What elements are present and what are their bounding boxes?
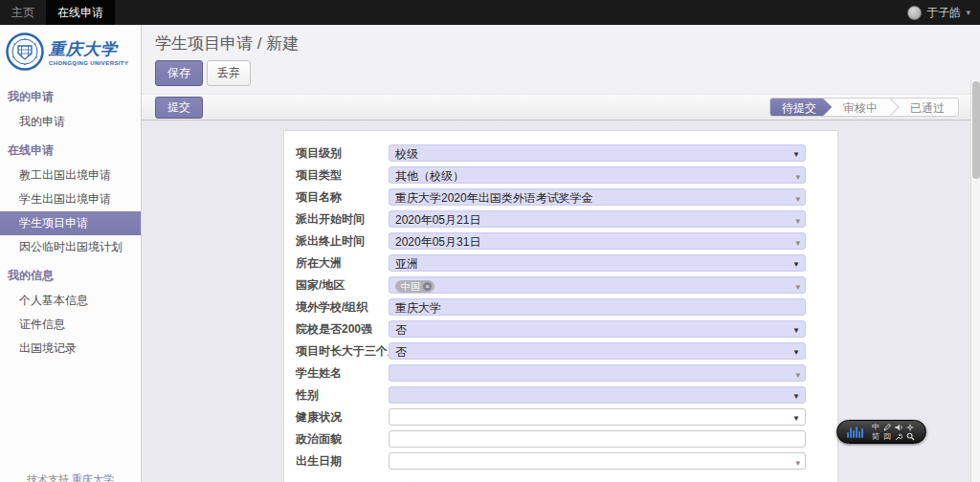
- menu-online-application[interactable]: 在线申请: [46, 0, 115, 25]
- save-button[interactable]: 保存: [155, 60, 203, 86]
- dropdown-caret-icon: ▼: [792, 411, 800, 426]
- field-value: 否: [395, 323, 407, 337]
- dropdown-caret-icon: ▼: [792, 323, 800, 338]
- tech-support-footer: 技术支持 重庆大学: [0, 472, 141, 482]
- back-icon[interactable]: 回: [883, 432, 891, 442]
- sidebar-item-student-abroad[interactable]: 学生出国出境申请: [0, 187, 141, 211]
- discard-button[interactable]: 丢弃: [207, 60, 251, 86]
- speaker-icon[interactable]: [895, 424, 903, 431]
- university-emblem-icon: [6, 33, 44, 71]
- section-online-application: 在线申请: [0, 138, 141, 164]
- political-status-input[interactable]: [389, 430, 806, 448]
- wrench-icon[interactable]: [895, 433, 902, 441]
- sidebar-nav: 我的申请 我的申请 在线申请 教工出国出境申请 学生出国出境申请 学生项目申请 …: [0, 84, 141, 361]
- continent-select[interactable]: 亚洲 ▼: [389, 254, 806, 272]
- field-label: 境外学校/组织: [296, 299, 389, 316]
- vertical-scrollbar[interactable]: [970, 80, 980, 482]
- university-name-en: CHONGQING UNIVERSITY: [49, 60, 128, 66]
- translation-toolbar[interactable]: 中 简 回: [836, 420, 926, 444]
- topbar-menu: 主页 在线申请: [0, 0, 115, 25]
- status-step-approved[interactable]: 已通过: [891, 99, 958, 116]
- breadcrumb: 学生项目申请 / 新建: [155, 33, 980, 55]
- sidebar: 重庆大学 CHONGQING UNIVERSITY 我的申请 我的申请 在线申请…: [0, 25, 142, 482]
- statusbar: 待提交 审核中 已通过: [769, 98, 959, 117]
- country-region-tags[interactable]: 中国 × ▾: [389, 276, 806, 294]
- field-value: 其他（校级）: [395, 169, 464, 183]
- field-label: 项目级别: [296, 145, 389, 162]
- health-status-select[interactable]: ▼: [389, 408, 806, 426]
- field-label: 项目名称: [296, 189, 389, 206]
- form-sheet: 项目级别 校级 ▼ 项目类型 其他（校级） ▾ 项目名称: [283, 130, 838, 482]
- simplified-chinese-icon[interactable]: 简: [872, 432, 880, 442]
- field-label: 出生日期: [296, 453, 389, 470]
- country-tag: 中国 ×: [395, 280, 434, 293]
- field-value: 2020年05月21日: [395, 213, 480, 227]
- sidebar-item-abroad-records[interactable]: 出国境记录: [0, 337, 141, 361]
- tech-support-link[interactable]: 重庆大学: [72, 473, 114, 482]
- breadcrumb-separator: /: [257, 34, 262, 53]
- scrollbar-thumb[interactable]: [972, 81, 980, 179]
- dispatch-end-date-select[interactable]: 2020年05月31日 ▾: [389, 232, 806, 250]
- field-label: 政治面貌: [296, 431, 389, 448]
- field-value: 校级: [395, 147, 418, 161]
- dropdown-caret-icon: ▾: [795, 213, 800, 228]
- sidebar-item-staff-abroad[interactable]: 教工出国出境申请: [0, 164, 141, 187]
- field-label: 院校是否200强: [296, 321, 389, 338]
- settings-icon[interactable]: [906, 424, 914, 431]
- field-label: 项目时长大于三个月: [296, 343, 389, 360]
- dropdown-caret-icon: ▼: [792, 345, 800, 360]
- student-name-select[interactable]: ▾: [389, 364, 806, 382]
- dropdown-caret-icon: ▾: [795, 367, 800, 382]
- field-value: 重庆大学2020年出国类外语考试奖学金: [395, 191, 593, 205]
- breadcrumb-current: 新建: [266, 34, 299, 53]
- search-icon[interactable]: [906, 432, 915, 441]
- field-label: 学生姓名: [296, 365, 389, 382]
- page-header: 学生项目申请 / 新建 保存 丢弃: [142, 25, 980, 94]
- dropdown-caret-icon: ▼: [792, 147, 800, 162]
- sidebar-item-student-project[interactable]: 学生项目申请: [0, 211, 141, 235]
- dispatch-start-date-select[interactable]: 2020年05月21日 ▾: [389, 210, 806, 228]
- sidebar-item-temporary-abroad-plan[interactable]: 因公临时出国境计划: [0, 235, 141, 259]
- dropdown-caret-icon: ▾: [795, 191, 800, 206]
- project-type-select[interactable]: 其他（校级） ▾: [389, 166, 806, 184]
- tech-support-label: 技术支持: [27, 473, 69, 482]
- user-name: 于子皓: [926, 5, 961, 21]
- duration-over-3months-select[interactable]: 否 ▼: [389, 342, 806, 360]
- topbar: 主页 在线申请 于子皓 ▾: [0, 0, 980, 25]
- status-step-pending[interactable]: 待提交: [770, 99, 832, 116]
- sidebar-item-credentials[interactable]: 证件信息: [0, 313, 141, 337]
- field-label: 派出终止时间: [296, 233, 389, 250]
- sidebar-item-personal-info[interactable]: 个人基本信息: [0, 289, 141, 313]
- remove-tag-icon[interactable]: ×: [423, 282, 432, 291]
- main-panel: 学生项目申请 / 新建 保存 丢弃 提交 待提交 审核中 已通过 项目级别: [142, 25, 980, 482]
- field-label: 健康状况: [296, 409, 389, 426]
- dropdown-caret-icon: ▾: [795, 279, 800, 294]
- dropdown-caret-icon: ▾: [795, 235, 800, 250]
- submit-button[interactable]: 提交: [155, 97, 203, 119]
- project-name-select[interactable]: 重庆大学2020年出国类外语考试奖学金 ▾: [389, 188, 806, 206]
- form-toolbar: 提交 待提交 审核中 已通过: [142, 94, 980, 120]
- field-value: 重庆大学: [395, 301, 441, 315]
- translator-logo-icon: [847, 427, 863, 438]
- field-label: 所在大洲: [296, 255, 389, 272]
- field-label: 项目类型: [296, 167, 389, 184]
- chinese-lang-icon[interactable]: 中: [872, 423, 880, 432]
- menu-home[interactable]: 主页: [0, 0, 46, 25]
- university-logo: 重庆大学 CHONGQING UNIVERSITY: [0, 25, 141, 80]
- section-my-info: 我的信息: [0, 263, 141, 289]
- project-level-select[interactable]: 校级 ▼: [389, 144, 806, 162]
- birth-date-select[interactable]: ▾: [389, 452, 806, 470]
- pencil-icon[interactable]: [883, 424, 891, 431]
- tag-label: 中国: [401, 280, 420, 293]
- overseas-school-input[interactable]: 重庆大学: [389, 298, 806, 316]
- top200-select[interactable]: 否 ▼: [389, 320, 806, 338]
- dropdown-caret-icon: ▾: [795, 169, 800, 184]
- gender-select[interactable]: ▼: [389, 386, 806, 404]
- user-menu[interactable]: 于子皓 ▾: [898, 0, 980, 25]
- field-value: 否: [395, 345, 407, 359]
- breadcrumb-parent[interactable]: 学生项目申请: [155, 34, 253, 53]
- university-name: 重庆大学: [49, 38, 128, 60]
- sidebar-item-my-applications[interactable]: 我的申请: [0, 110, 141, 134]
- section-my-applications: 我的申请: [0, 84, 141, 110]
- field-value: 亚洲: [395, 257, 418, 271]
